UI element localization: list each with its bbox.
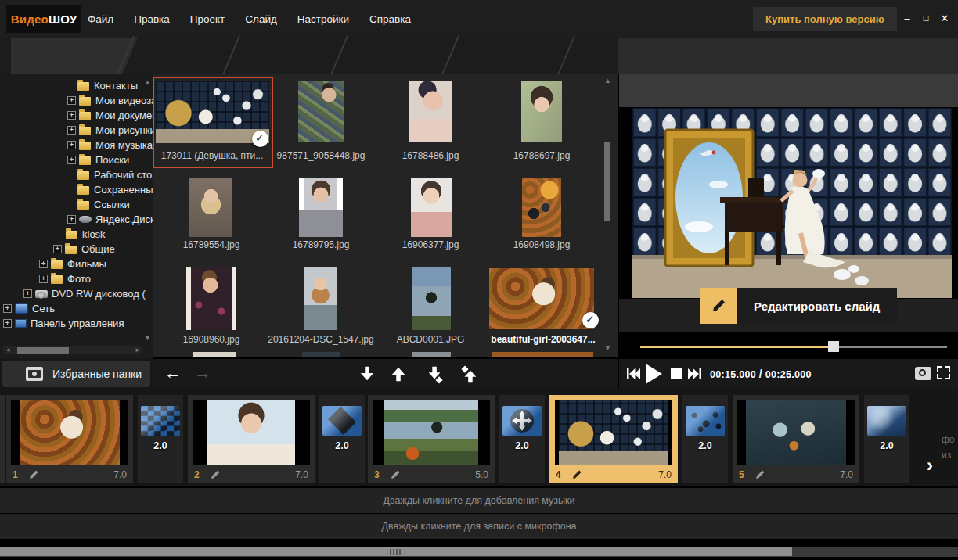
expand-plus-icon[interactable] [53,245,62,253]
menu-file[interactable]: Файл [88,13,113,25]
scroll-down-icon[interactable]: ▼ [604,345,611,352]
menu-settings[interactable]: Настройки [297,13,349,25]
edit-slide-button[interactable]: Редактировать слайд [700,288,897,324]
tree-item-shared[interactable]: Общие [0,242,153,257]
expand-plus-icon[interactable] [23,289,32,298]
tree-item-dvd-drive[interactable]: DVD RW дисковод ( [0,286,153,301]
file-name[interactable]: 173011 (Девушка, пти... [153,150,271,161]
tree-item-photo[interactable]: Фото [0,271,153,286]
pencil-icon[interactable] [571,469,582,480]
file-name[interactable]: 16788697.jpg [487,150,596,161]
tree-item-searches[interactable]: Поиски [0,153,153,167]
file-name[interactable]: 16906377.jpg [376,239,485,250]
add-all-down-button[interactable] [426,365,445,384]
tree-item-my-documents[interactable]: Мои документы [0,108,153,123]
pencil-icon[interactable] [210,469,221,480]
menu-slide[interactable]: Слайд [245,13,277,25]
file-name[interactable]: beautiful-girl-2003647... [487,334,600,345]
scrollbar-thumb[interactable] [17,347,69,354]
tree-item-my-pictures[interactable]: Мои рисунки [0,123,153,138]
skip-back-icon[interactable] [627,368,640,379]
file-thumbnail-partial[interactable] [412,352,451,357]
tree-item-saved-games[interactable]: Сохраненные игры [0,182,153,197]
tree-item-links[interactable]: Ссылки [0,197,153,212]
expand-plus-icon[interactable] [67,96,76,105]
file-thumbnail-partial[interactable] [492,352,593,357]
file-name[interactable]: 16908498.jpg [487,239,596,250]
file-thumbnail[interactable] [411,178,452,237]
timeline-scroll-right-chevron[interactable]: › [927,456,933,475]
slide-card-4-selected[interactable]: 4 7.0 [549,395,678,483]
slide-card-1[interactable]: 1 7.0 [6,395,133,483]
file-thumbnail-partial[interactable] [302,352,340,357]
file-thumbnail[interactable] [489,268,594,329]
slide-card-partial[interactable] [0,395,5,483]
file-thumbnail[interactable] [299,178,343,237]
tree-item-control-panel[interactable]: Панель управления [0,316,146,331]
slide-card-2[interactable]: 2 7.0 [188,395,315,483]
file-name[interactable]: 16789554.jpg [157,239,266,250]
buy-full-version-button[interactable]: Купить полную версию [753,7,897,31]
timeline-horizontal-scrollbar[interactable] [0,547,958,557]
scrollbar-thumb[interactable] [604,142,610,221]
slider-handle[interactable] [828,341,839,352]
file-name[interactable]: 16789795.jpg [266,239,376,250]
tree-horizontal-scrollbar[interactable]: ◄ ► [3,346,142,354]
file-thumbnail[interactable] [304,267,337,330]
tree-item-kiosk[interactable]: kiosk [0,227,153,242]
file-thumbnail[interactable] [522,178,561,237]
slide-card-5[interactable]: 5 7.0 [733,395,859,483]
tree-scroll-up-icon[interactable]: ▲ [144,79,151,86]
expand-plus-icon[interactable] [67,215,76,224]
scroll-up-icon[interactable]: ▲ [604,77,611,84]
tree-item-my-music[interactable]: Моя музыка [0,138,153,153]
tree-item-movies[interactable]: Фильмы [0,257,153,271]
file-thumbnail[interactable] [186,267,236,330]
expand-plus-icon[interactable] [3,304,12,313]
file-name[interactable]: ABCD0001.JPG [376,334,485,345]
menu-help[interactable]: Справка [369,13,411,25]
tree-item-yandex-disk[interactable]: Яндекс.Диск [0,212,153,227]
expand-plus-icon[interactable] [39,275,48,283]
remove-all-up-button[interactable] [460,365,479,384]
playback-slider[interactable] [640,341,947,352]
transition-card-1[interactable]: 2.0 [138,395,183,483]
expand-plus-icon[interactable] [39,260,48,268]
transition-card-4[interactable]: 2.0 [682,395,728,483]
play-icon[interactable] [644,363,663,385]
fullscreen-button[interactable] [937,366,950,379]
skip-forward-icon[interactable] [688,368,701,379]
file-thumbnail[interactable] [189,178,232,237]
tree-item-my-videos[interactable]: Мои видеозаписи [0,93,153,108]
menu-edit[interactable]: Правка [134,13,170,25]
favorite-folders-button[interactable]: Избранные папки [2,361,150,387]
file-thumbnail[interactable] [412,267,451,330]
file-thumbnail[interactable] [521,81,562,142]
back-arrow-button[interactable]: ← [164,362,182,384]
window-maximize-button[interactable]: □ [917,9,935,27]
remove-slide-up-button[interactable] [390,365,407,382]
pencil-icon[interactable] [28,469,39,480]
expand-plus-icon[interactable] [67,156,76,164]
pencil-icon[interactable] [755,469,765,480]
file-thumbnail-partial[interactable] [193,352,236,357]
window-minimize-button[interactable]: – [899,9,916,27]
slide-preview-image[interactable] [632,108,952,298]
browser-vertical-scrollbar[interactable]: ▲ ▼ [603,76,612,354]
transition-card-5[interactable]: 2.0 [864,395,909,483]
transition-card-3[interactable]: 2.0 [499,395,545,483]
menu-project[interactable]: Проект [190,13,225,25]
tree-item-network[interactable]: Сеть [0,301,146,316]
scroll-left-icon[interactable]: ◄ [5,346,11,354]
expand-plus-icon[interactable] [67,141,76,149]
tree-item-desktop[interactable]: Рабочий стол [0,167,153,182]
transition-card-2[interactable]: 2.0 [319,395,365,483]
expand-plus-icon[interactable] [67,111,76,120]
forward-arrow-button[interactable]: → [194,362,211,384]
file-thumbnail[interactable] [156,81,269,143]
music-track-row[interactable]: Дважды кликните для добавления музыки [0,488,958,513]
file-name[interactable]: 16908960.jpg [157,334,266,345]
file-name[interactable]: 20161204-DSC_1547.jpg [262,334,380,345]
expand-plus-icon[interactable] [67,126,76,135]
file-thumbnail[interactable] [409,81,452,142]
